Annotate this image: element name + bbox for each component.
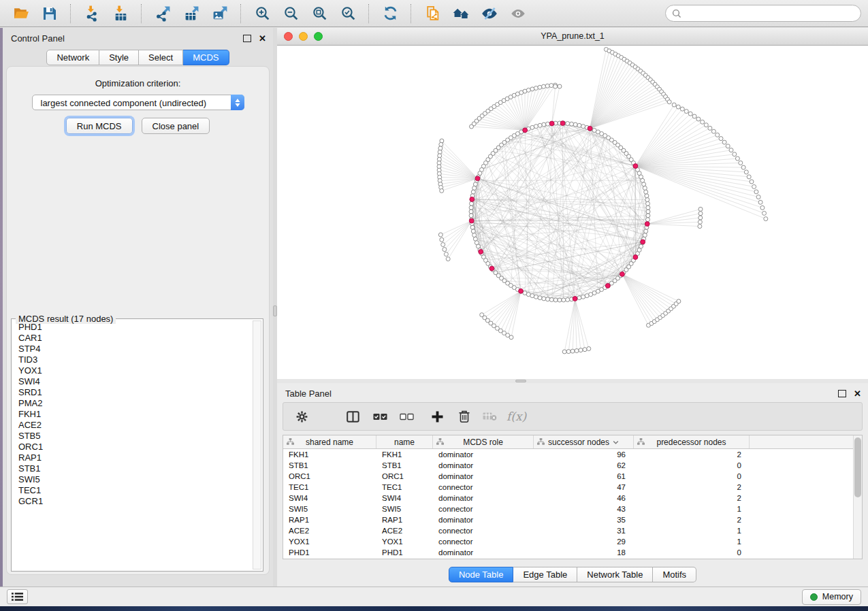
network-graph[interactable] bbox=[277, 46, 868, 379]
tab-style[interactable]: Style bbox=[99, 50, 139, 65]
dominator-node[interactable] bbox=[523, 128, 528, 133]
leaf-node[interactable] bbox=[549, 84, 553, 88]
task-history-button[interactable] bbox=[7, 589, 28, 604]
leaf-node[interactable] bbox=[542, 84, 546, 88]
ring-node[interactable] bbox=[470, 225, 475, 229]
leaf-node[interactable] bbox=[735, 156, 739, 161]
list-item[interactable]: SWI5 bbox=[14, 474, 251, 485]
leaf-node[interactable] bbox=[667, 100, 671, 104]
ring-node[interactable] bbox=[472, 186, 477, 190]
ring-node[interactable] bbox=[562, 298, 566, 302]
leaf-node[interactable] bbox=[754, 190, 758, 194]
column-header-successor-nodes[interactable]: successor nodes bbox=[534, 435, 634, 448]
table-row[interactable]: RAP1RAP1dominator352 bbox=[283, 514, 862, 525]
leaf-node[interactable] bbox=[439, 142, 443, 146]
dominator-node[interactable] bbox=[573, 297, 577, 301]
list-item[interactable]: ACE2 bbox=[14, 420, 251, 431]
leaf-node[interactable] bbox=[575, 349, 579, 353]
splitter-handle[interactable] bbox=[515, 380, 526, 382]
list-item[interactable]: SWI4 bbox=[14, 376, 251, 387]
deselect-all-button[interactable] bbox=[400, 413, 414, 420]
minimize-window-icon[interactable] bbox=[299, 32, 308, 41]
leaf-node[interactable] bbox=[764, 217, 768, 221]
leaf-node[interactable] bbox=[583, 348, 587, 352]
ring-node[interactable] bbox=[643, 186, 647, 190]
dominator-node[interactable] bbox=[620, 272, 625, 277]
search-input[interactable] bbox=[686, 7, 854, 19]
ring-node[interactable] bbox=[469, 210, 473, 214]
zoom-selected-button[interactable] bbox=[334, 2, 361, 25]
ring-node[interactable] bbox=[581, 125, 585, 129]
leaf-node[interactable] bbox=[698, 207, 703, 211]
leaf-node[interactable] bbox=[756, 195, 760, 199]
leaf-node[interactable] bbox=[711, 129, 716, 133]
ring-node[interactable] bbox=[542, 297, 546, 301]
ring-node[interactable] bbox=[538, 296, 542, 300]
float-panel-icon[interactable] bbox=[838, 390, 846, 397]
leaf-node[interactable] bbox=[708, 126, 712, 130]
dominator-node[interactable] bbox=[605, 284, 610, 288]
table-row[interactable]: SWI4SWI4dominator462 bbox=[283, 493, 862, 503]
ring-node[interactable] bbox=[577, 296, 581, 300]
list-item[interactable]: TEC1 bbox=[14, 485, 251, 496]
list-item[interactable]: PHD1 bbox=[14, 322, 251, 333]
leaf-node[interactable] bbox=[688, 112, 692, 116]
maximize-window-icon[interactable] bbox=[314, 32, 323, 41]
ring-node[interactable] bbox=[644, 190, 648, 194]
list-item[interactable]: ORC1 bbox=[14, 442, 251, 452]
float-panel-icon[interactable] bbox=[243, 35, 251, 42]
leaf-node[interactable] bbox=[545, 84, 549, 88]
dominator-node[interactable] bbox=[469, 218, 474, 223]
ring-node[interactable] bbox=[471, 190, 475, 194]
ring-node[interactable] bbox=[472, 233, 477, 237]
run-mcds-button[interactable]: Run MCDS bbox=[66, 118, 133, 134]
leaf-node[interactable] bbox=[440, 237, 444, 242]
leaf-node[interactable] bbox=[438, 233, 443, 237]
table-row[interactable]: PHD1PHD1dominator180 bbox=[283, 547, 862, 558]
leaf-node[interactable] bbox=[684, 110, 688, 114]
close-panel-button[interactable]: Close panel bbox=[142, 118, 210, 134]
table-row[interactable]: FKH1FKH1dominator962 bbox=[283, 449, 862, 460]
delete-values-button[interactable] bbox=[458, 410, 470, 423]
leaf-node[interactable] bbox=[558, 84, 562, 88]
ring-node[interactable] bbox=[553, 298, 558, 302]
leaf-node[interactable] bbox=[534, 86, 538, 90]
leaf-node[interactable] bbox=[680, 107, 684, 111]
leaf-node[interactable] bbox=[747, 175, 751, 179]
list-item[interactable]: STP4 bbox=[14, 344, 251, 354]
tab-network-table[interactable]: Network Table bbox=[577, 567, 653, 582]
list-item[interactable]: FKH1 bbox=[14, 409, 251, 420]
tab-motifs[interactable]: Motifs bbox=[653, 567, 696, 582]
import-network-button[interactable] bbox=[78, 2, 106, 25]
leaf-node[interactable] bbox=[676, 105, 680, 109]
zoom-fit-button[interactable] bbox=[306, 2, 333, 25]
hide-panels-button[interactable] bbox=[476, 2, 503, 25]
leaf-node[interactable] bbox=[443, 248, 447, 252]
list-item[interactable]: SRD1 bbox=[14, 387, 251, 398]
tab-network[interactable]: Network bbox=[46, 50, 99, 65]
leaf-node[interactable] bbox=[696, 117, 701, 121]
show-columns-button[interactable] bbox=[347, 411, 359, 423]
leaf-node[interactable] bbox=[752, 184, 756, 188]
leaf-node[interactable] bbox=[698, 212, 703, 216]
network-canvas[interactable] bbox=[277, 46, 868, 379]
dominator-node[interactable] bbox=[489, 266, 494, 271]
ring-node[interactable] bbox=[643, 233, 647, 237]
leaf-node[interactable] bbox=[677, 299, 681, 303]
dominator-node[interactable] bbox=[641, 240, 645, 244]
memory-button[interactable]: Memory bbox=[802, 589, 861, 605]
table-scrollbar[interactable] bbox=[853, 435, 862, 559]
clone-network-button[interactable] bbox=[419, 2, 446, 25]
leaf-node[interactable] bbox=[562, 350, 566, 354]
leaf-node[interactable] bbox=[441, 243, 445, 247]
list-item[interactable]: STB1 bbox=[14, 463, 251, 474]
leaf-node[interactable] bbox=[692, 114, 696, 118]
dominator-node[interactable] bbox=[588, 126, 592, 131]
ring-node[interactable] bbox=[534, 125, 538, 129]
leaf-node[interactable] bbox=[744, 170, 748, 174]
dominator-node[interactable] bbox=[475, 176, 480, 181]
leaf-node[interactable] bbox=[570, 349, 575, 353]
function-builder-button[interactable]: f(x) bbox=[507, 410, 526, 423]
ring-node[interactable] bbox=[538, 123, 542, 127]
leaf-node[interactable] bbox=[698, 225, 702, 229]
